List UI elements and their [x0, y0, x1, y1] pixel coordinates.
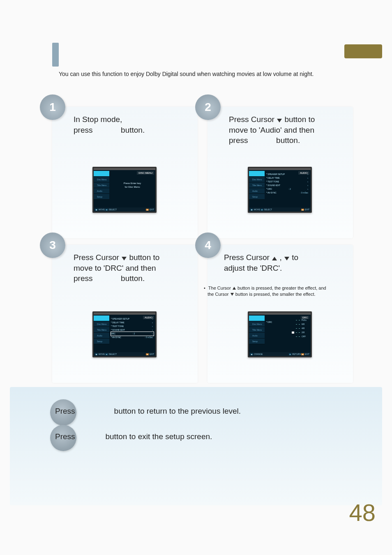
osd-foot-label: MOVE [99, 353, 105, 355]
osd-sidetab [94, 315, 109, 321]
page-tab [344, 44, 382, 58]
osd-foot-btn: ◆ [95, 353, 98, 355]
osd-footer: ◆MOVE ●SELECT ■EXIT [249, 207, 311, 212]
step-number-badge: 2 [195, 94, 221, 120]
osd-screenshot-2: Disc Menu Title Menu Audio Setup AUDIO *… [248, 167, 312, 213]
osd-menu-list: * SPEAKER SETUP› * DELAY TIME› * TEST TO… [111, 317, 154, 339]
osd-sidetab: Audio [249, 188, 265, 194]
return-text: button to return to the previous level. [114, 407, 241, 415]
step2-l2: move to 'Audio' and then [229, 126, 314, 134]
step1-line2a: press [74, 126, 92, 134]
osd-foot-label: SELECT [109, 208, 117, 211]
osd-menu-item: * DELAY TIME› [111, 321, 154, 325]
osd-sidetab [249, 315, 265, 321]
step3-l1b: button to [129, 253, 159, 262]
osd-sidebar: Disc Menu Title Menu Audio Setup [94, 171, 109, 200]
note-t1: The Cursor [208, 286, 231, 290]
osd-sidetab: Title Menu [94, 327, 109, 333]
note-t3: the Cursor [208, 292, 228, 297]
osd-foot-label: MOVE [99, 208, 105, 211]
note-t2: button is pressed, the greater the effec… [238, 286, 326, 290]
note-t4: button is pressed, the smaller the effec… [235, 292, 316, 297]
osd-menu-item: * DRC: 2› [266, 187, 309, 191]
osd-foot-btn: ◆ [250, 353, 253, 355]
osd-footer: ◆CHANGE ●RETURN ■EXIT [249, 352, 311, 356]
osd-screenshot-1: Disc Menu Title Menu Audio Setup DISC ME… [92, 167, 157, 213]
osd-sidetab: Setup [94, 339, 109, 344]
osd-foot-btn: ■ [146, 353, 148, 355]
osd-footer: ◆MOVE ●SELECT ■EXIT [94, 352, 155, 356]
osd-center-message: Press Enter key for Disc Menu [111, 182, 154, 189]
cursor-down-icon [277, 119, 282, 122]
osd-foot-label: SELECT [109, 353, 117, 355]
press-label: Press [55, 407, 75, 415]
osd-sidetab: Title Menu [249, 327, 265, 333]
osd-sidetab: Title Menu [249, 182, 265, 188]
osd-foot-btn: ● [105, 353, 108, 355]
tip-exit-line: Press button to exit the setup screen. [55, 432, 212, 441]
step2-l1a: Press Cursor [229, 115, 274, 124]
osd-menu-item: * AV-SYNC: 0 mSec [111, 336, 154, 339]
step4-l1b: , [279, 253, 281, 262]
step3-l3b: button. [121, 274, 145, 283]
osd-foot-btn: ◆ [250, 209, 253, 211]
drc-level: OFF [274, 334, 307, 339]
osd-menu-item: * SOUND EDIT› [111, 328, 154, 332]
osd-screenshot-3: Disc Menu Title Menu Audio Setup AUDIO *… [92, 311, 157, 357]
osd-sidetab: Setup [249, 339, 265, 344]
step-panel-2: 2 Press Cursor button to move to 'Audio'… [208, 107, 353, 238]
step3-l3a: press [74, 274, 92, 283]
osd-sidetab: Audio [94, 188, 109, 194]
osd-foot-btn: ● [289, 353, 291, 355]
step1-line1: In Stop mode, [74, 115, 122, 124]
step-number-badge: 3 [40, 233, 65, 258]
osd-footer: ◆MOVE ●SELECT ■EXIT [94, 207, 155, 212]
step-3-text: Press Cursor button to move to 'DRC' and… [74, 252, 197, 284]
osd-foot-label: CHANGE [254, 353, 263, 355]
osd-menu-item: * TEST TONE› [266, 180, 309, 184]
step4-l1a: Press Cursor [224, 253, 270, 262]
osd-foot-btn: ■ [301, 353, 304, 355]
step-2-text: Press Cursor button to move to 'Audio' a… [229, 114, 352, 146]
osd-menu-item: * SPEAKER SETUP› [111, 317, 154, 321]
osd-screenshot-4: Disc Menu Title Menu Audio Setup DRC * D… [248, 311, 312, 357]
osd-drc-scale: FULL 6/8 4/8 2/8 OFF [274, 318, 307, 339]
step-1-text: In Stop mode, press button. [74, 114, 197, 135]
osd-sidetab: Disc Menu [94, 177, 109, 182]
osd-sidetab: Audio [249, 333, 265, 339]
osd-sidetab: Disc Menu [249, 177, 265, 182]
osd-sidetab: Disc Menu [249, 321, 265, 327]
step3-l1a: Press Cursor [74, 253, 119, 262]
osd-foot-label: RETURN [292, 353, 301, 355]
osd-menu-item: * SPEAKER SETUP› [266, 173, 309, 176]
step-number-badge: 1 [40, 94, 65, 120]
osd-foot-label: EXIT [305, 208, 309, 211]
step2-l1b: button to [284, 115, 315, 124]
step-4-text: Press Cursor , to adjust the 'DRC'. [224, 252, 347, 273]
osd-center-line2: for Disc Menu [125, 186, 140, 188]
osd-menu-item: * SOUND EDIT› [266, 184, 309, 187]
bottom-tips-block: Press button to return to the previous l… [10, 387, 382, 505]
tip-return-line: Press button to return to the previous l… [55, 407, 241, 416]
step1-line2b: button. [121, 126, 145, 134]
osd-menu-item: * DELAY TIME› [266, 176, 309, 180]
step2-l3a: press [229, 136, 248, 145]
osd-sidetab: Setup [94, 194, 109, 200]
step-panel-4: 4 Press Cursor , to adjust the 'DRC'. Di… [208, 245, 353, 383]
cursor-down-icon [284, 257, 289, 260]
cursor-up-icon [272, 257, 277, 260]
step-number-badge: 4 [195, 233, 221, 258]
step-panel-3: 3 Press Cursor button to move to 'DRC' a… [52, 245, 198, 383]
osd-sidetab [94, 171, 109, 177]
osd-sidetab: Title Menu [94, 182, 109, 188]
osd-sidetab [249, 171, 265, 177]
osd-menu-list: * SPEAKER SETUP› * DELAY TIME› * TEST TO… [266, 173, 309, 195]
cursor-up-icon [233, 287, 236, 290]
press-label: Press [55, 432, 75, 441]
drc-level: 4/8 [274, 326, 307, 330]
drc-level: FULL [274, 318, 307, 322]
heading-accent-bar [52, 43, 59, 67]
drc-level: 2/8 [274, 330, 307, 334]
osd-sidebar: Disc Menu Title Menu Audio Setup [94, 315, 109, 344]
exit-text: button to exit the setup screen. [105, 432, 212, 441]
